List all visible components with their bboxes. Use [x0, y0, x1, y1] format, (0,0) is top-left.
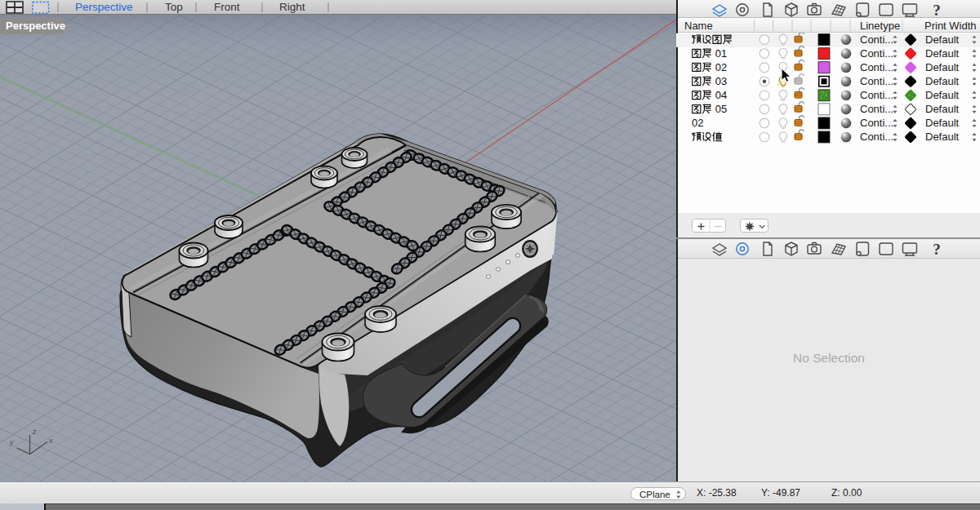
- svg-text:Name: Name: [684, 20, 713, 32]
- svg-text:3: 3: [721, 75, 727, 87]
- svg-text:0: 0: [715, 89, 721, 101]
- svg-text:Default: Default: [925, 131, 960, 143]
- svg-text:0: 0: [692, 117, 697, 129]
- svg-text:Front: Front: [214, 1, 240, 13]
- svg-text:Default: Default: [925, 33, 960, 46]
- svg-text:Default: Default: [925, 103, 960, 115]
- svg-text:Conti...: Conti...: [860, 103, 893, 115]
- svg-text:Linetype: Linetype: [860, 20, 900, 32]
- svg-text:?: ?: [933, 241, 941, 258]
- svg-text:0: 0: [715, 61, 721, 73]
- svg-text:0: 0: [715, 47, 721, 60]
- svg-text:z: z: [32, 428, 37, 436]
- svg-text:Right: Right: [279, 1, 305, 13]
- svg-text:1: 1: [721, 47, 727, 60]
- svg-text:2: 2: [721, 61, 727, 73]
- svg-text:Default: Default: [925, 75, 960, 87]
- svg-text:Conti...: Conti...: [860, 131, 893, 143]
- svg-text:5: 5: [721, 103, 727, 115]
- svg-text:Default: Default: [925, 61, 960, 73]
- svg-text:2: 2: [697, 117, 703, 129]
- svg-text:Conti...: Conti...: [860, 47, 893, 60]
- svg-text:Conti...: Conti...: [860, 75, 893, 87]
- svg-text:Conti...: Conti...: [860, 61, 893, 73]
- svg-text:y: y: [9, 438, 14, 446]
- svg-text:0: 0: [715, 75, 721, 87]
- svg-text:Perspective: Perspective: [75, 1, 133, 13]
- svg-text:Conti...: Conti...: [860, 117, 893, 129]
- svg-text:Top: Top: [165, 1, 183, 13]
- svg-text:0: 0: [715, 103, 721, 115]
- svg-text:CPlane: CPlane: [639, 490, 670, 499]
- svg-text:Conti...: Conti...: [860, 89, 893, 101]
- svg-text:x: x: [48, 437, 53, 445]
- svg-text:Default: Default: [925, 117, 960, 129]
- svg-text:Default: Default: [925, 89, 960, 101]
- svg-text:Default: Default: [925, 47, 960, 60]
- svg-text:4: 4: [721, 89, 727, 101]
- svg-text:Print Width: Print Width: [924, 20, 977, 32]
- svg-text:?: ?: [933, 2, 941, 19]
- svg-text:Conti...: Conti...: [860, 33, 893, 46]
